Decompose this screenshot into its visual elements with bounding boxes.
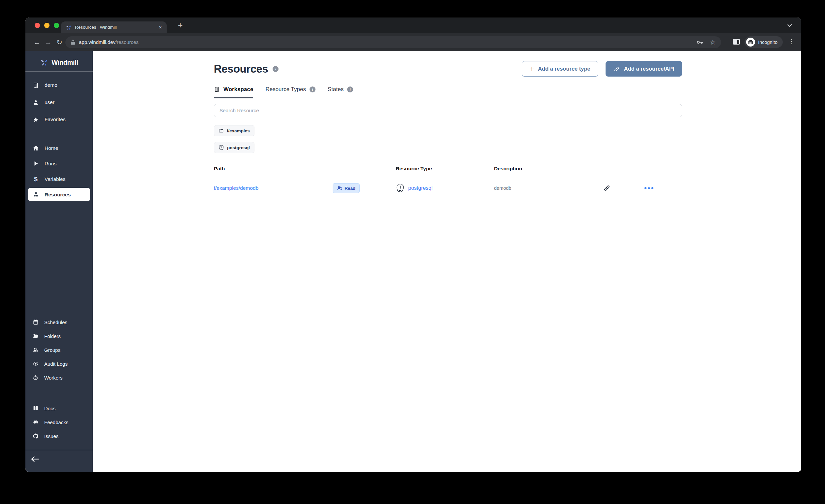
- sidebar-item-workspace-demo[interactable]: demo: [25, 77, 93, 94]
- sidebar-item-runs[interactable]: Runs: [25, 156, 93, 171]
- sidebar-item-home[interactable]: Home: [25, 140, 93, 156]
- sidebar-divider: [25, 71, 93, 72]
- play-icon: [33, 160, 39, 167]
- side-panel-icon[interactable]: [733, 39, 740, 45]
- sidebar-item-user[interactable]: user: [25, 94, 93, 111]
- windmill-favicon-icon: [66, 24, 72, 30]
- sidebar-item-variables[interactable]: $ Variables: [25, 171, 93, 187]
- back-icon[interactable]: ←: [31, 38, 43, 46]
- sidebar-item-label: Docs: [44, 406, 56, 411]
- tab-label: States: [328, 86, 344, 93]
- users-icon: [337, 186, 342, 191]
- sidebar-item-resources[interactable]: Resources: [28, 188, 90, 201]
- sidebar-item-label: Audit Logs: [44, 361, 68, 367]
- resource-type-link[interactable]: postgresql: [408, 185, 433, 191]
- bookmark-star-icon[interactable]: ☆: [710, 38, 716, 46]
- table-header: Path Resource Type Description: [214, 166, 682, 176]
- sidebar-item-label: Groups: [44, 347, 60, 353]
- sidebar-item-groups[interactable]: Groups: [25, 343, 93, 357]
- calendar-icon: [33, 319, 39, 325]
- lock-icon: [71, 40, 75, 45]
- sidebar-item-feedbacks[interactable]: Feedbacks: [25, 415, 93, 429]
- page: Windmill demo: [25, 51, 801, 472]
- folder-open-icon: [33, 333, 39, 339]
- sidebar-item-workers[interactable]: Workers: [25, 371, 93, 384]
- search-input[interactable]: [214, 104, 682, 117]
- sidebar-item-label: user: [45, 99, 55, 105]
- incognito-badge[interactable]: Incognito: [745, 36, 783, 48]
- add-resource-type-label: Add a resource type: [538, 66, 590, 72]
- add-resource-api-label: Add a resource/API: [624, 66, 674, 72]
- filter-chip-postgresql[interactable]: postgresql: [214, 142, 254, 153]
- postgresql-icon: [218, 145, 224, 150]
- sidebar-item-label: Workers: [44, 375, 63, 380]
- sidebar-item-label: Variables: [45, 176, 65, 182]
- windmill-logo-text: Windmill: [52, 59, 78, 66]
- new-tab-icon[interactable]: +: [178, 20, 183, 30]
- home-icon: [33, 145, 39, 151]
- row-menu-icon[interactable]: [645, 187, 682, 189]
- sidebar-item-label: Schedules: [44, 319, 67, 325]
- tab-strip: Resources | Windmill × +: [25, 17, 801, 33]
- reload-icon[interactable]: ↻: [54, 38, 65, 46]
- sidebar-item-label: Home: [45, 145, 58, 151]
- tab-states[interactable]: States i: [328, 86, 353, 98]
- page-title: Resources: [214, 63, 268, 75]
- sidebar-item-label: Issues: [44, 433, 58, 439]
- minimize-window-button[interactable]: [44, 23, 50, 28]
- link-icon: [613, 66, 620, 72]
- browser-menu-icon[interactable]: ⋮: [789, 38, 795, 45]
- sidebar-divider: [25, 450, 93, 450]
- sidebar-item-label: Favorites: [45, 117, 66, 123]
- sidebar-item-label: Resources: [45, 192, 71, 198]
- browser-toolbar: ← → ↻ app.windmill.dev/resources ☆: [25, 33, 801, 51]
- filter-chip-label: f/examples: [227, 128, 250, 133]
- password-key-icon[interactable]: [697, 40, 703, 44]
- sidebar-item-schedules[interactable]: Schedules: [25, 315, 93, 329]
- close-tab-icon[interactable]: ×: [159, 24, 162, 30]
- tab-label: Resource Types: [265, 86, 306, 93]
- windmill-logo[interactable]: Windmill: [25, 53, 93, 72]
- resource-type-cell: postgresql: [396, 184, 494, 193]
- permission-label: Read: [345, 186, 355, 191]
- filter-chip-folder[interactable]: f/examples: [214, 125, 254, 136]
- zoom-window-button[interactable]: [54, 23, 59, 28]
- sidebar-item-issues[interactable]: Issues: [25, 429, 93, 443]
- column-header-path: Path: [214, 166, 332, 172]
- tabs: Workspace Resource Types i States i: [214, 86, 682, 98]
- tab-label: Workspace: [223, 86, 253, 93]
- sidebar-item-favorites[interactable]: Favorites: [25, 111, 93, 128]
- star-icon: [33, 117, 39, 123]
- tab-workspace[interactable]: Workspace: [214, 86, 253, 98]
- windmill-logo-icon: [40, 58, 49, 67]
- github-icon: [33, 433, 39, 439]
- sidebar-item-docs[interactable]: Docs: [25, 401, 93, 415]
- resources-table: Path Resource Type Description f/example…: [214, 166, 682, 200]
- resource-path-link[interactable]: f/examples/demodb: [214, 185, 332, 191]
- close-window-button[interactable]: [34, 23, 40, 28]
- add-resource-type-button[interactable]: + Add a resource type: [522, 61, 598, 77]
- tab-info-icon[interactable]: i: [347, 86, 353, 92]
- title-info-icon[interactable]: i: [273, 66, 279, 72]
- url-text: app.windmill.dev/resources: [79, 39, 139, 45]
- collapse-sidebar-icon[interactable]: [31, 456, 39, 464]
- tab-resource-types[interactable]: Resource Types i: [265, 86, 315, 98]
- book-icon: [33, 405, 39, 411]
- add-resource-api-button[interactable]: Add a resource/API: [606, 61, 682, 77]
- sidebar-item-label: Feedbacks: [44, 420, 68, 425]
- sidebar-item-audit-logs[interactable]: Audit Logs: [25, 357, 93, 371]
- dollar-icon: $: [33, 175, 39, 183]
- forward-icon[interactable]: →: [43, 38, 54, 46]
- url-host: app.windmill.dev: [79, 39, 116, 45]
- tab-info-icon[interactable]: i: [309, 86, 315, 92]
- column-header-resource-type: Resource Type: [396, 166, 494, 172]
- sidebar-item-folders[interactable]: Folders: [25, 329, 93, 343]
- copy-link-icon[interactable]: [569, 185, 645, 192]
- building-icon: [33, 82, 39, 88]
- permission-badge[interactable]: Read: [332, 183, 360, 193]
- content-area: Resources i + Add a resource type: [93, 51, 801, 472]
- address-bar[interactable]: app.windmill.dev/resources ☆: [65, 36, 721, 48]
- building-icon: [214, 86, 220, 92]
- tab-search-chevron-icon[interactable]: [788, 24, 792, 27]
- browser-tab[interactable]: Resources | Windmill ×: [61, 21, 167, 33]
